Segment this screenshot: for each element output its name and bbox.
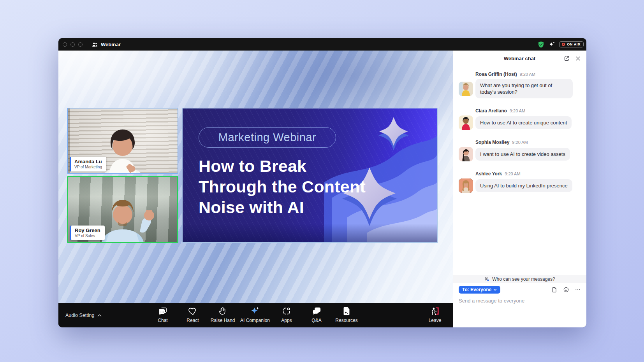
ai-companion-button-label: AI Companion (240, 318, 270, 323)
message-bubble: Using AI to build my LinkedIn presence (475, 179, 572, 192)
react-button-label: React (187, 318, 199, 323)
chat-message: Clara Arellano 9:20 AM How to use AI to … (459, 108, 581, 130)
sparkle-icon[interactable] (548, 41, 556, 48)
privacy-person-icon (484, 276, 490, 282)
leave-door-icon (430, 306, 440, 317)
window-title: Webinar (101, 42, 121, 47)
shared-slide: Marketing Webinar How to Break Through t… (182, 108, 438, 243)
resources-doc-icon (341, 306, 352, 317)
to-everyone-label: To: Everyone (462, 287, 491, 292)
close-window-button[interactable] (63, 42, 67, 47)
message-author: Clara Arellano (475, 108, 507, 114)
on-air-dot (562, 43, 565, 46)
minimize-window-button[interactable] (70, 42, 75, 47)
leave-button-label: Leave (429, 318, 442, 323)
message-author: Rosa Griffin (Host) (475, 72, 517, 77)
privacy-notice-text: Who can see your messages? (492, 276, 555, 282)
chat-button-label: Chat (158, 318, 167, 323)
speaker-role: VP of Sales (75, 233, 100, 238)
participants-icon (91, 41, 98, 48)
on-air-badge: ON AIR (559, 41, 584, 47)
chevron-up-icon (97, 314, 102, 317)
webinar-window: Webinar ON AIR (58, 38, 586, 327)
chevron-down-icon (493, 289, 497, 291)
audio-setting-label: Audio Setting (65, 313, 94, 318)
audio-setting-button[interactable]: Audio Setting (65, 303, 102, 327)
speaker-tile-roy[interactable]: Roy Green VP of Sales (67, 176, 178, 243)
chat-bubble-icon (158, 306, 168, 317)
window-controls[interactable] (63, 42, 83, 47)
heart-icon (188, 306, 198, 317)
zoom-window-button[interactable] (78, 42, 83, 47)
webinar-chat-panel: Webinar chat Rosa Gri (453, 51, 586, 327)
nametag-roy: Roy Green VP of Sales (70, 226, 105, 240)
apps-button-label: Apps (281, 318, 292, 323)
slide-heading: How to Break Through the Content Noise w… (199, 156, 366, 218)
more-icon[interactable] (575, 287, 581, 293)
qa-bubbles-icon (311, 306, 322, 317)
chat-message-input[interactable]: Send a message to everyone (459, 298, 581, 304)
speaker-role: VP of Marketing (74, 164, 102, 170)
message-time: 9:20 AM (512, 140, 528, 145)
message-time: 9:20 AM (520, 72, 535, 77)
title-bar: Webinar ON AIR (58, 38, 586, 51)
chat-message: Ashlee York 9:20 AM Using AI to build my… (459, 171, 581, 193)
chat-footer: Who can see your messages? To: Everyone (453, 275, 586, 327)
resources-button-label: Resources (335, 318, 357, 323)
message-bubble: What are you trying to get out of today'… (475, 79, 573, 98)
raise-hand-button-label: Raise Hand (211, 318, 235, 323)
to-everyone-dropdown[interactable]: To: Everyone (459, 286, 500, 294)
on-air-label: ON AIR (567, 42, 581, 46)
shield-check-icon[interactable] (537, 41, 545, 48)
message-author: Ashlee York (475, 171, 502, 177)
chat-message: Sophia Mosiley 9:20 AM I want to use AI … (459, 140, 581, 161)
speaker-name: Amanda Lu (74, 159, 102, 164)
resources-button[interactable]: Resources (328, 306, 365, 323)
avatar (459, 147, 473, 161)
chat-message-list[interactable]: Rosa Griffin (Host) 9:20 AM What are you… (453, 68, 586, 203)
privacy-notice[interactable]: Who can see your messages? (453, 275, 586, 283)
message-bubble: How to use AI to create unique content (475, 116, 572, 129)
message-time: 9:20 AM (510, 108, 525, 113)
slide-badge: Marketing Webinar (199, 127, 336, 148)
avatar (459, 178, 473, 193)
message-time: 9:20 AM (505, 171, 520, 176)
ai-star-icon (250, 306, 260, 317)
meeting-toolbar: Audio Setting Chat (58, 303, 453, 327)
message-author: Sophia Mosiley (475, 140, 509, 145)
close-icon[interactable] (575, 56, 581, 61)
raise-hand-button[interactable]: Raise Hand (204, 306, 241, 323)
message-bubble: I want to use AI to create video assets (475, 148, 570, 161)
avatar (459, 82, 473, 96)
leave-button[interactable]: Leave (416, 306, 454, 323)
chat-title: Webinar chat (504, 56, 535, 61)
chat-header: Webinar chat (453, 51, 586, 66)
popout-icon[interactable] (563, 55, 570, 62)
speaker-name: Roy Green (75, 227, 100, 233)
nametag-amanda: Amanda Lu VP of Marketing (70, 157, 106, 171)
file-icon[interactable] (551, 287, 558, 293)
video-stage: Amanda Lu VP of Marketing (58, 51, 453, 303)
qa-button-label: Q&A (311, 318, 321, 323)
raise-hand-icon (218, 306, 228, 317)
chat-message: Rosa Griffin (Host) 9:20 AM What are you… (459, 72, 581, 98)
speaker-tile-amanda[interactable]: Amanda Lu VP of Marketing (67, 108, 178, 174)
emoji-icon[interactable] (563, 287, 569, 293)
apps-icon (282, 306, 292, 317)
avatar (459, 115, 473, 130)
